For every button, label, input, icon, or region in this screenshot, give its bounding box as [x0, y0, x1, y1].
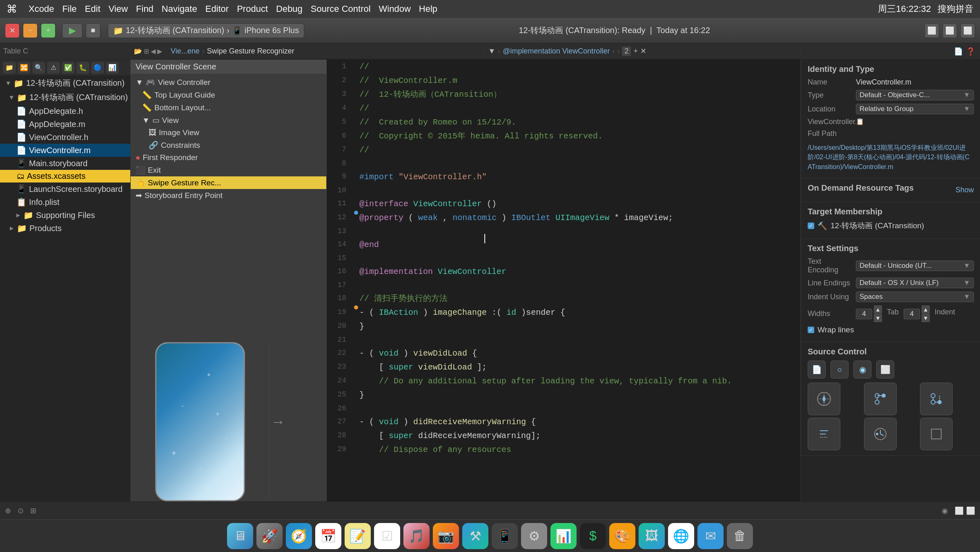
dock-chrome[interactable]: 🌐 — [668, 523, 694, 549]
dock-calendar[interactable]: 📅 — [315, 523, 341, 549]
right-panel-btn[interactable]: ⬜ — [966, 506, 975, 515]
nav-item-project-root[interactable]: ▶ 📁 12-转场动画 (CATransition) — [0, 76, 130, 90]
scene-item-entrypoint[interactable]: ➡ Storyboard Entry Point — [131, 189, 326, 202]
dock-safari[interactable]: 🧭 — [286, 523, 312, 549]
indent-stepper-value[interactable]: 4 — [904, 309, 920, 319]
bottom-panel-btn[interactable]: ⬜ — [955, 506, 964, 515]
ebc-v[interactable]: ▼ — [488, 47, 496, 56]
maximize-window-button[interactable]: + — [41, 23, 56, 38]
sc-icon-1[interactable]: 📄 — [808, 361, 826, 378]
dock-mail[interactable]: ✉ — [697, 523, 724, 549]
nav-item-supporting[interactable]: ▶ 📁 Supporting Files — [0, 209, 130, 222]
ebc-close[interactable]: ✕ — [640, 47, 646, 56]
dock-photos[interactable]: 📷 — [433, 523, 459, 549]
nav-warn-btn[interactable]: ⚠ — [47, 62, 60, 73]
dock-terminal[interactable]: $ — [580, 523, 606, 549]
menu-product[interactable]: Product — [237, 4, 268, 14]
nav-folder-btn[interactable]: 📁 — [3, 62, 16, 73]
run-button[interactable]: ▶ — [62, 23, 82, 38]
nav-item-viewcontrollerh[interactable]: 📄 ViewController.h — [0, 131, 130, 144]
forward-nav-button[interactable]: ▶ — [157, 47, 162, 55]
menu-file[interactable]: File — [62, 4, 76, 14]
inspector-tab2[interactable]: ❓ — [966, 47, 975, 56]
nav-search-btn[interactable]: 🔍 — [33, 62, 45, 73]
scene-item-exit[interactable]: ⬛ Exit — [131, 164, 326, 176]
menu-help[interactable]: Help — [419, 4, 437, 14]
menu-navigate[interactable]: Navigate — [162, 4, 197, 14]
checkbox-icon[interactable]: ✓ — [808, 223, 814, 229]
dock-simulator[interactable]: 📱 — [492, 523, 518, 549]
menu-edit[interactable]: Edit — [85, 4, 100, 14]
nav-item-viewcontrollerm[interactable]: 📄 ViewController.m — [0, 144, 130, 157]
dock-itunes[interactable]: 🎵 — [403, 523, 430, 549]
nav-item-appdelegateh[interactable]: 📄 AppDelegate.h — [0, 105, 130, 118]
wraplines-checkbox[interactable]: ✓ — [808, 327, 814, 333]
inspector-toggle-button[interactable]: ⬜ — [960, 23, 975, 38]
scene-item-constraints[interactable]: 🔗 Constraints — [131, 139, 326, 151]
dock-xcode[interactable]: ⚒ — [462, 523, 488, 549]
debug-toggle-button[interactable]: ⬜ — [942, 23, 957, 38]
navigator-toggle-button[interactable]: ⬜ — [924, 23, 939, 38]
ebc-add[interactable]: + — [633, 47, 638, 56]
stepper-up-button[interactable]: ▲ — [874, 305, 882, 314]
scheme-selector[interactable]: 📁 12-转场动画 (CATransition) › 📱 iPhone 6s P… — [108, 23, 304, 38]
scene-item-swipegesture[interactable]: 👆 Swipe Gesture Rec... — [131, 176, 326, 189]
nav-vcs-btn[interactable]: 🔀 — [18, 62, 30, 73]
dock-pixelmator[interactable]: 🖼 — [639, 523, 665, 549]
stop-button[interactable]: ■ — [86, 23, 100, 38]
menu-editor[interactable]: Editor — [205, 4, 229, 14]
scene-item-viewcontroller[interactable]: ▼ 🎮 View Controller — [131, 76, 326, 89]
nav-item-infoplist[interactable]: 📋 Info.plist — [0, 196, 130, 209]
grid-icon[interactable]: ⊞ — [144, 47, 149, 55]
copy-icon[interactable]: 📋 — [856, 118, 864, 125]
sc-grid-item-5[interactable] — [864, 418, 897, 450]
sc-grid-item-2[interactable] — [864, 383, 897, 415]
dock-activity[interactable]: 📊 — [550, 523, 577, 549]
lineendings-select[interactable]: Default - OS X / Unix (LF) ▼ — [856, 278, 974, 288]
add-button[interactable]: ⊕ — [5, 506, 11, 515]
scene-item-toplayout[interactable]: 📏 Top Layout Guide — [131, 89, 326, 101]
stepper-down2-button[interactable]: ▼ — [922, 314, 930, 322]
apple-menu[interactable]: ⌘ — [7, 3, 17, 16]
dock-launchpad[interactable]: 🚀 — [256, 523, 283, 549]
sc-grid-item-4[interactable] — [808, 418, 840, 450]
nav-item-products[interactable]: ▶ 📁 Products — [0, 222, 130, 235]
menu-window[interactable]: Window — [379, 4, 411, 14]
dock-settings[interactable]: ⚙ — [521, 523, 547, 549]
menu-xcode[interactable]: Xcode — [29, 4, 54, 14]
nav-item-mainstoryboard[interactable]: 📱 Main.storyboard — [0, 157, 130, 170]
nav-breakpt-btn[interactable]: 🔵 — [91, 62, 104, 73]
nav-debug-btn[interactable]: 🐛 — [77, 62, 89, 73]
type-select[interactable]: Default - Objective-C... ▼ — [856, 90, 974, 100]
bc-part1[interactable]: Vie...ene — [171, 47, 200, 56]
dock-finder[interactable]: 🖥 — [227, 523, 253, 549]
folder-icon[interactable]: 📂 — [134, 47, 142, 55]
sc-icon-2[interactable]: ○ — [831, 361, 849, 378]
menu-debug[interactable]: Debug — [276, 4, 303, 14]
close-window-button[interactable]: ✕ — [5, 23, 20, 38]
show-button[interactable]: Show — [956, 186, 974, 194]
stepper-up2-button[interactable]: ▲ — [922, 305, 930, 314]
scene-item-view[interactable]: ▼ ▭ View — [131, 114, 326, 127]
filter-button[interactable]: ⊞ — [30, 506, 36, 515]
sc-grid-item-3[interactable] — [920, 383, 953, 415]
back-nav-button[interactable]: ◀ — [151, 47, 156, 55]
nav-test-btn[interactable]: ✅ — [62, 62, 74, 73]
menu-source-control[interactable]: Source Control — [311, 4, 371, 14]
dock-reminders[interactable]: ☑ — [374, 523, 400, 549]
menu-view[interactable]: View — [109, 4, 128, 14]
ebc-num[interactable]: 2 — [622, 47, 631, 56]
code-editor[interactable]: 1 // 2 // ViewController.m 3 // 12-转场动画（… — [327, 60, 800, 501]
nav-item-launchscreen[interactable]: 📱 LaunchScreen.storyboard — [0, 183, 130, 196]
sc-grid-item-6[interactable] — [920, 418, 953, 450]
console-toggle[interactable]: ◉ — [942, 506, 948, 515]
sc-icon-3[interactable]: ◉ — [853, 361, 871, 378]
nav-item-group[interactable]: ▶ 📁 12-转场动画 (CATransition) — [0, 90, 130, 105]
history-button[interactable]: ⊙ — [18, 506, 24, 515]
dock-sketch[interactable]: 🎨 — [609, 523, 635, 549]
ebc-impl[interactable]: @implementation ViewController — [503, 47, 610, 56]
bc-part2[interactable]: Swipe Gesture Recognizer — [207, 47, 294, 56]
nav-item-assets[interactable]: 🗂 Assets.xcassets — [0, 170, 130, 183]
nav-report-btn[interactable]: 📊 — [106, 62, 118, 73]
sc-grid-item-1[interactable] — [808, 383, 840, 415]
